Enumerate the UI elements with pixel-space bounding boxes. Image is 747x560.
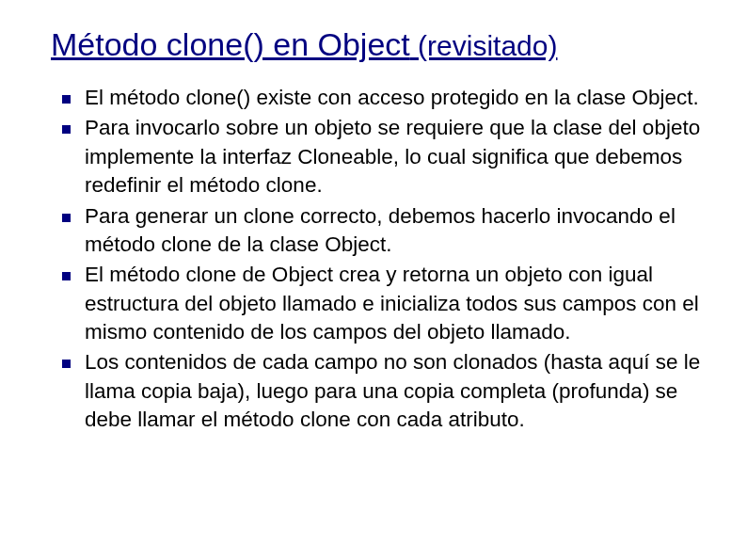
bullet-list: El método clone() existe con acceso prot… <box>51 84 709 435</box>
list-item: Para invocarlo sobre un objeto se requie… <box>68 114 709 200</box>
list-item-text: Los contenidos de cada campo no son clon… <box>85 350 700 431</box>
list-item-text: El método clone de Object crea y retorna… <box>85 263 699 344</box>
list-item: Para generar un clone correcto, debemos … <box>68 202 709 260</box>
slide-container: Método clone() en Object (revisitado) El… <box>0 0 747 435</box>
list-item-text: Para generar un clone correcto, debemos … <box>85 204 675 256</box>
list-item-text: Para invocarlo sobre un objeto se requie… <box>85 116 700 197</box>
list-item: El método clone() existe con acceso prot… <box>68 84 709 112</box>
slide-title: Método clone() en Object (revisitado) <box>51 26 709 63</box>
list-item: El método clone de Object crea y retorna… <box>68 261 709 346</box>
title-sub: (revisitado) <box>410 30 558 61</box>
list-item-text: El método clone() existe con acceso prot… <box>85 86 699 109</box>
list-item: Los contenidos de cada campo no son clon… <box>68 348 709 434</box>
title-main: Método clone() en Object <box>51 26 410 62</box>
